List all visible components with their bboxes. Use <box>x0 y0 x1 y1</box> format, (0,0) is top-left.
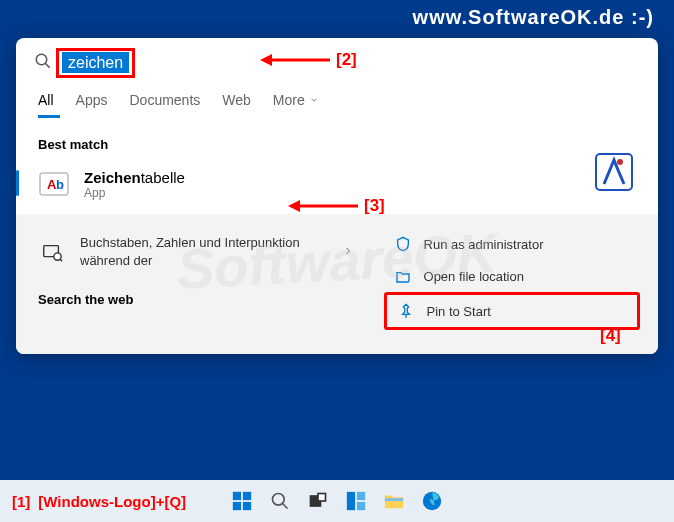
start-button[interactable] <box>228 487 256 515</box>
svg-text:b: b <box>56 177 64 192</box>
svg-line-18 <box>283 504 288 509</box>
arrow-icon <box>260 52 330 68</box>
context-pin-start[interactable]: Pin to Start <box>384 292 640 330</box>
left-column: Buchstaben, Zahlen und Interpunktion wäh… <box>16 228 376 330</box>
result-subtitle: App <box>84 186 185 200</box>
search-tabs: All Apps Documents Web More <box>16 84 658 119</box>
tab-all[interactable]: All <box>38 92 54 118</box>
result-title: Zeichentabelle <box>84 169 185 186</box>
chevron-down-icon <box>309 92 319 108</box>
tab-apps[interactable]: Apps <box>76 92 108 118</box>
svg-line-7 <box>60 260 62 262</box>
svg-rect-13 <box>233 492 241 500</box>
task-view-icon[interactable] <box>304 487 332 515</box>
selection-indicator <box>16 170 19 196</box>
svg-marker-10 <box>260 54 272 66</box>
tab-web[interactable]: Web <box>222 92 251 118</box>
edge-icon[interactable] <box>418 487 446 515</box>
pin-icon <box>397 302 415 320</box>
svg-rect-22 <box>357 492 365 500</box>
charmap-app-icon: Ab <box>38 168 70 200</box>
annotation-4: [4] <box>600 326 621 346</box>
svg-marker-12 <box>288 200 300 212</box>
annotation-2: [2] <box>260 50 357 70</box>
svg-point-0 <box>36 54 47 65</box>
web-suggestion[interactable]: Buchstaben, Zahlen und Interpunktion wäh… <box>38 228 354 286</box>
folder-icon <box>394 267 412 285</box>
result-title-rest: tabelle <box>141 169 185 186</box>
search-input[interactable]: zeichen <box>62 52 129 73</box>
svg-rect-24 <box>385 498 403 501</box>
context-open-location-label: Open file location <box>424 269 524 284</box>
tab-more[interactable]: More <box>273 92 319 118</box>
svg-line-1 <box>45 63 50 68</box>
tab-more-label: More <box>273 92 305 108</box>
result-text: Zeichentabelle App <box>84 169 185 200</box>
shield-icon <box>394 235 412 253</box>
widgets-icon[interactable] <box>342 487 370 515</box>
svg-rect-23 <box>357 502 365 510</box>
context-run-admin-label: Run as administrator <box>424 237 544 252</box>
search-web-icon <box>38 238 66 266</box>
svg-rect-14 <box>243 492 251 500</box>
search-icon <box>34 52 52 74</box>
annotation-3: [3] <box>288 196 385 216</box>
taskbar: [1] [Windows-Logo]+[Q] <box>0 478 674 522</box>
decorative-cube-icon <box>590 148 638 200</box>
context-open-location[interactable]: Open file location <box>384 260 640 292</box>
watermark-url: www.SoftwareOK.de :-) <box>413 6 654 29</box>
search-web-label: Search the web <box>38 286 354 307</box>
result-title-bold: Zeichen <box>84 169 141 186</box>
svg-rect-20 <box>318 494 326 502</box>
svg-point-27 <box>617 159 623 165</box>
svg-point-17 <box>273 494 285 506</box>
tab-documents[interactable]: Documents <box>129 92 200 118</box>
context-menu: Run as administrator Open file location … <box>376 228 658 330</box>
svg-rect-16 <box>243 502 251 510</box>
search-taskbar-icon[interactable] <box>266 487 294 515</box>
web-suggestion-text: Buchstaben, Zahlen und Interpunktion wäh… <box>80 234 328 270</box>
context-pin-start-label: Pin to Start <box>427 304 491 319</box>
best-match-label: Best match <box>16 119 658 162</box>
svg-point-6 <box>54 253 61 260</box>
arrow-icon <box>288 198 358 214</box>
context-run-admin[interactable]: Run as administrator <box>384 228 640 260</box>
chevron-right-icon <box>342 243 354 261</box>
svg-rect-21 <box>347 492 355 510</box>
annotation-1: [1] [Windows-Logo]+[Q] <box>12 493 186 510</box>
explorer-icon[interactable] <box>380 487 408 515</box>
svg-rect-15 <box>233 502 241 510</box>
lower-section: Buchstaben, Zahlen und Interpunktion wäh… <box>16 214 658 354</box>
